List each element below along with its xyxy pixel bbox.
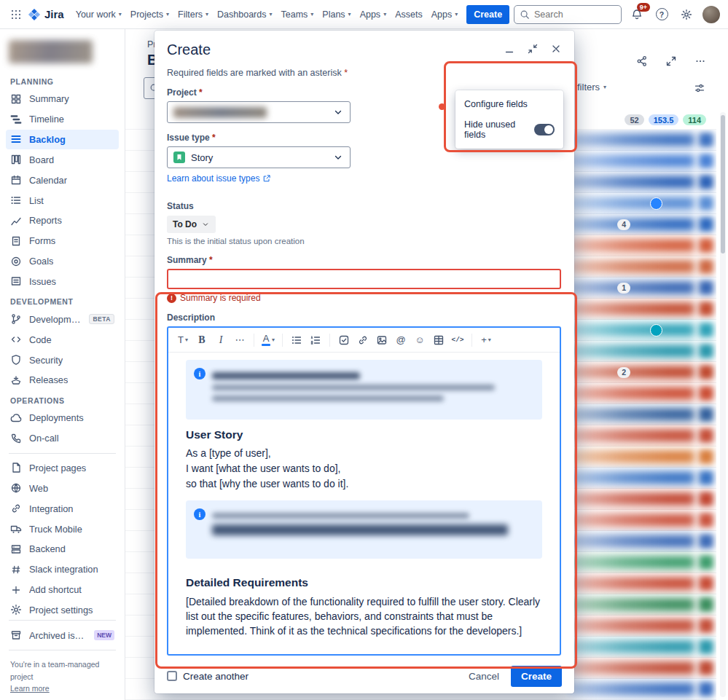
chevron-down-icon: ▾ — [206, 12, 208, 17]
emoji-button[interactable]: ☺ — [411, 331, 428, 349]
nav-item-teams[interactable]: Teams▾ — [276, 6, 318, 23]
sidebar-item-slack-integration[interactable]: Slack integration — [6, 559, 119, 580]
sidebar-item-forms[interactable]: Forms — [6, 231, 119, 251]
share-button[interactable] — [633, 52, 651, 70]
sidebar-item-board[interactable]: Board — [6, 149, 119, 170]
bold-button[interactable]: B — [193, 331, 211, 349]
scrollbar-thumb[interactable] — [721, 115, 725, 253]
summary-input[interactable] — [167, 269, 561, 289]
code-block-button[interactable]: </> — [449, 331, 466, 349]
sidebar-item-calendar[interactable]: Calendar — [6, 170, 119, 190]
sidebar-item-list[interactable]: List — [6, 190, 119, 211]
scrollbar-track[interactable] — [720, 112, 726, 697]
more-actions-button[interactable] — [692, 52, 709, 70]
sidebar-item-web[interactable]: Web — [6, 478, 119, 498]
checkbox-box[interactable] — [167, 671, 177, 681]
text-style-button[interactable]: T▾ — [174, 331, 192, 349]
insert-more-button[interactable]: +▾ — [477, 331, 495, 349]
sidebar-item-archived-issues[interactable]: Archived issues NEW — [6, 625, 119, 645]
global-search[interactable] — [514, 5, 622, 24]
sidebar-item-releases[interactable]: Releases — [6, 370, 119, 390]
filters-button[interactable]: filters ▾ — [577, 82, 606, 93]
sidebar-item-goals[interactable]: Goals — [6, 251, 119, 272]
redacted-status-block — [699, 661, 713, 675]
sidebar-item-development[interactable]: Development BETA — [6, 309, 119, 329]
profile-button[interactable] — [702, 5, 721, 24]
more-formatting-button[interactable]: ⋯ — [231, 331, 248, 349]
nav-item-your-work[interactable]: Your work▾ — [71, 6, 126, 23]
learn-about-issue-types-link[interactable]: Learn about issue types — [167, 173, 271, 184]
italic-button[interactable]: I — [212, 331, 230, 349]
sidebar-item-integration[interactable]: Integration — [6, 498, 119, 519]
sidebar-item-backend[interactable]: Backend — [6, 539, 119, 559]
nav-item-plans[interactable]: Plans▾ — [318, 6, 355, 23]
redacted-status-block — [699, 471, 713, 485]
configure-fields-menu-item[interactable]: Configure fields — [455, 94, 563, 114]
notifications-button[interactable]: 9+ — [627, 5, 646, 24]
chevron-down-icon — [332, 106, 344, 118]
sidebar-item-timeline[interactable]: Timeline — [6, 109, 119, 130]
issue-type-select[interactable]: Story — [167, 146, 351, 168]
nav-item-assets[interactable]: Assets — [391, 6, 427, 23]
sidebar-item-truck-mobile[interactable]: Truck Mobile — [6, 519, 119, 539]
share-icon — [636, 55, 648, 67]
mention-button[interactable]: @ — [392, 331, 410, 349]
settings-button[interactable] — [677, 5, 696, 24]
sidebar-item-project-pages[interactable]: Project pages — [6, 458, 119, 479]
insert-image-button[interactable] — [373, 331, 391, 349]
sidebar-item-summary[interactable]: Summary — [6, 89, 119, 109]
search-input[interactable] — [534, 9, 616, 20]
description-editor[interactable]: T▾ B I ⋯ A ▾ — [167, 326, 561, 656]
status-select[interactable]: To Do — [167, 216, 216, 233]
bullet-list-button[interactable] — [288, 331, 305, 349]
redacted-project-value — [173, 107, 267, 118]
help-button[interactable]: ? — [652, 5, 671, 24]
sidebar-item-deployments[interactable]: Deployments — [6, 408, 119, 428]
project-select[interactable] — [167, 101, 351, 123]
close-button[interactable] — [547, 39, 565, 58]
learn-more-link[interactable]: Learn more — [10, 684, 50, 693]
sidebar-item-reports[interactable]: Reports — [6, 211, 119, 231]
sidebar-item-issues[interactable]: Issues — [6, 272, 119, 292]
cancel-button[interactable]: Cancel — [461, 666, 506, 687]
text-color-button[interactable]: A ▾ — [259, 331, 277, 349]
nav-item-dashboards[interactable]: Dashboards▾ — [213, 6, 276, 23]
sidebar-item-code[interactable]: Code — [6, 329, 119, 350]
truck-icon — [10, 523, 22, 535]
nav-item-projects[interactable]: Projects▾ — [126, 6, 173, 23]
jira-logo[interactable]: Jira — [28, 8, 64, 21]
sidebar-item-backlog[interactable]: Backlog — [6, 130, 119, 150]
minimize-button[interactable] — [500, 39, 519, 58]
exit-fullscreen-button[interactable] — [523, 39, 542, 58]
summary-field-label: Summary * — [167, 255, 562, 265]
insert-table-button[interactable] — [430, 331, 447, 349]
editor-content[interactable]: i User Story As a [type of user], I want… — [168, 353, 560, 656]
redacted-row-content — [568, 133, 694, 146]
view-settings-button[interactable] — [690, 79, 709, 98]
nav-item-apps[interactable]: Apps▾ — [356, 6, 391, 23]
redacted-text-line — [212, 396, 444, 401]
sidebar-item-on-call[interactable]: On-call — [6, 428, 119, 449]
create-another-checkbox[interactable]: Create another — [167, 671, 248, 682]
toolbar-divider — [254, 334, 254, 347]
action-item-button[interactable] — [335, 331, 353, 349]
link-icon — [357, 334, 369, 346]
numbered-list-button[interactable] — [307, 331, 324, 349]
create-submit-button[interactable]: Create — [511, 666, 562, 687]
sidebar-item-project-settings[interactable]: Project settings — [6, 600, 119, 621]
project-header[interactable] — [7, 38, 117, 66]
hide-unused-toggle[interactable] — [534, 124, 555, 135]
sidebar-item-add-shortcut[interactable]: Add shortcut — [6, 580, 119, 600]
fullscreen-button[interactable] — [662, 52, 680, 70]
text-color-icon: A — [262, 334, 270, 346]
dialog-footer: Create another Cancel Create — [167, 663, 562, 689]
insert-link-button[interactable] — [354, 331, 372, 349]
nav-item-apps[interactable]: Apps▾ — [427, 6, 463, 23]
sidebar-item-security[interactable]: Security — [6, 350, 119, 370]
nav-item-filters[interactable]: Filters▾ — [173, 6, 213, 23]
redacted-text-line — [212, 385, 495, 390]
redacted-row-content — [568, 218, 694, 231]
app-switcher-button[interactable] — [7, 6, 25, 23]
create-button[interactable]: Create — [466, 5, 509, 24]
redacted-status-block — [699, 196, 713, 211]
